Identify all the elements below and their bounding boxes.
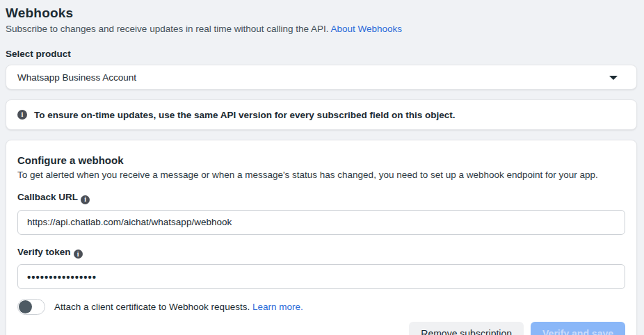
verify-and-save-button[interactable]: Verify and save: [531, 322, 625, 335]
page-subtitle-text: Subscribe to changes and receive updates…: [6, 24, 329, 34]
configure-heading: Configure a webhook: [17, 154, 625, 166]
verify-token-input[interactable]: [17, 264, 625, 289]
about-webhooks-link[interactable]: About Webhooks: [331, 24, 403, 34]
toggle-knob: [19, 300, 32, 313]
client-certificate-row: Attach a client certificate to Webhook r…: [17, 299, 625, 315]
chevron-down-icon: [609, 76, 618, 80]
page-title: Webhooks: [6, 6, 637, 21]
client-certificate-toggle[interactable]: [17, 299, 45, 315]
webhooks-page: Webhooks Subscribe to changes and receiv…: [0, 0, 644, 335]
client-certificate-text-main: Attach a client certificate to Webhook r…: [54, 302, 250, 312]
info-icon: i: [81, 195, 90, 204]
info-icon: i: [17, 110, 27, 120]
verify-token-label-text: Verify token: [17, 247, 71, 257]
api-version-info-banner: i To ensure on-time updates, use the sam…: [6, 99, 637, 130]
remove-subscription-button[interactable]: Remove subscription: [409, 322, 524, 335]
page-subtitle: Subscribe to changes and receive updates…: [6, 24, 637, 34]
select-product-label: Select product: [6, 49, 637, 59]
callback-url-label-text: Callback URL: [17, 192, 78, 202]
configure-description: To get alerted when you receive a messag…: [17, 170, 625, 180]
callback-url-input[interactable]: [17, 210, 625, 235]
product-select[interactable]: Whatsapp Business Account: [6, 65, 637, 90]
info-banner-text: To ensure on-time updates, use the same …: [34, 110, 455, 120]
learn-more-link[interactable]: Learn more.: [252, 302, 303, 312]
info-icon: i: [74, 250, 83, 259]
configure-webhook-card: Configure a webhook To get alerted when …: [6, 140, 637, 335]
client-certificate-text: Attach a client certificate to Webhook r…: [54, 302, 303, 312]
verify-token-label: Verify tokeni: [17, 247, 625, 259]
product-select-value: Whatsapp Business Account: [17, 72, 136, 83]
action-buttons: Remove subscription Verify and save: [17, 322, 625, 335]
callback-url-label: Callback URLi: [17, 192, 625, 204]
